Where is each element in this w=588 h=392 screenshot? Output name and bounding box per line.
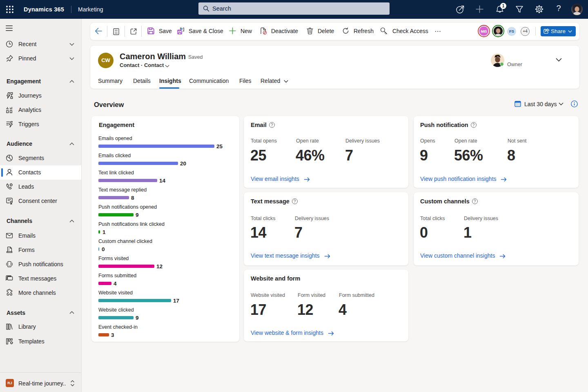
svg-text:1: 1 <box>502 4 505 8</box>
svg-text:MB: MB <box>481 29 487 33</box>
